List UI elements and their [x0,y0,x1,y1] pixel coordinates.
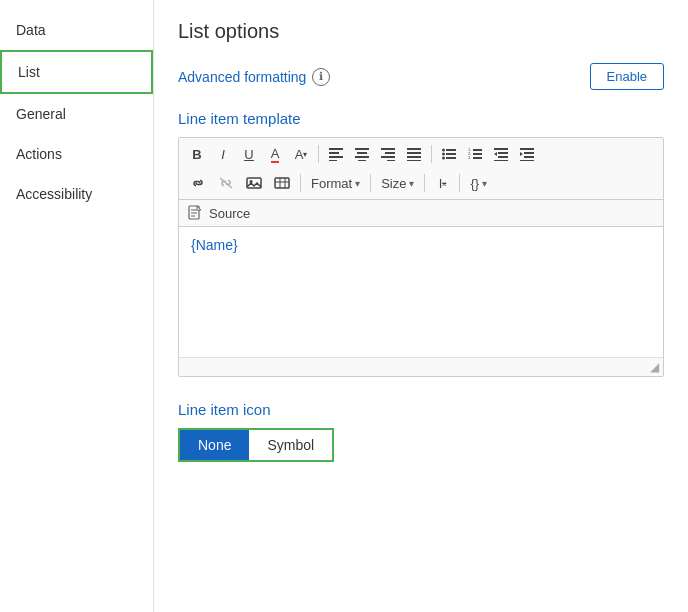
svg-rect-33 [520,148,534,150]
svg-rect-14 [407,156,421,158]
sidebar-item-data[interactable]: Data [0,10,153,50]
advanced-formatting-row: Advanced formatting ℹ Enable [178,63,664,90]
indent-button[interactable] [515,142,539,166]
svg-rect-11 [387,160,395,161]
toolbar-divider-5 [424,174,425,192]
unordered-list-button[interactable] [437,142,461,166]
bold-button[interactable]: B [185,142,209,166]
svg-rect-19 [446,153,456,155]
svg-rect-4 [355,148,369,150]
info-icon[interactable]: ℹ [312,68,330,86]
svg-rect-5 [357,152,367,154]
clear-format-button[interactable]: Ix [430,171,454,195]
align-center-button[interactable] [350,142,374,166]
svg-rect-37 [520,160,534,161]
svg-rect-21 [446,157,456,159]
svg-rect-34 [524,152,534,154]
svg-rect-25 [473,153,482,155]
page-title: List options [178,20,664,43]
resize-handle[interactable]: ◢ [179,357,663,376]
svg-rect-23 [473,149,482,151]
icon-option-symbol[interactable]: Symbol [249,428,334,462]
line-item-template-title: Line item template [178,110,664,127]
sidebar: Data List General Actions Accessibility [0,0,154,612]
svg-rect-31 [498,156,508,158]
size-dropdown-arrow: ▾ [409,178,414,189]
outdent-button[interactable] [489,142,513,166]
svg-rect-32 [494,160,508,161]
svg-rect-1 [329,152,339,154]
toolbar: B I U A A▾ [179,138,663,200]
source-doc-icon [187,205,203,221]
svg-rect-9 [385,152,395,154]
svg-marker-35 [520,152,523,156]
svg-rect-27 [473,157,482,159]
unlink-button[interactable] [213,171,239,195]
sidebar-item-list[interactable]: List [0,50,153,94]
code-dropdown-arrow: ▾ [482,178,487,189]
toolbar-divider-6 [459,174,460,192]
svg-point-16 [442,149,445,152]
font-color-button[interactable]: A [263,142,287,166]
toolbar-divider-4 [370,174,371,192]
link-button[interactable] [185,171,211,195]
align-left-button[interactable] [324,142,348,166]
svg-rect-3 [329,160,337,161]
sidebar-item-actions[interactable]: Actions [0,134,153,174]
code-dropdown[interactable]: {} ▾ [465,171,492,195]
svg-rect-36 [524,156,534,158]
svg-rect-12 [407,148,421,150]
svg-rect-10 [381,156,395,158]
editor-body[interactable]: {Name} [179,227,663,357]
sidebar-item-general[interactable]: General [0,94,153,134]
svg-rect-8 [381,148,395,150]
toolbar-divider-3 [300,174,301,192]
editor-container: B I U A A▾ [178,137,664,377]
svg-rect-29 [498,152,508,154]
justify-button[interactable] [402,142,426,166]
toolbar-divider-1 [318,145,319,163]
template-variable: {Name} [191,237,238,253]
highlight-button[interactable]: A▾ [289,142,313,166]
icon-option-none[interactable]: None [178,428,249,462]
sidebar-item-accessibility[interactable]: Accessibility [0,174,153,214]
advanced-label-group: Advanced formatting ℹ [178,68,330,86]
svg-point-20 [442,157,445,160]
table-button[interactable] [269,171,295,195]
svg-rect-41 [275,178,289,188]
underline-button[interactable]: U [237,142,261,166]
image-button[interactable] [241,171,267,195]
ordered-list-button[interactable]: 1.2.3. [463,142,487,166]
svg-rect-17 [446,149,456,151]
svg-rect-15 [407,160,421,161]
advanced-formatting-label: Advanced formatting [178,69,306,85]
toolbar-divider-2 [431,145,432,163]
toolbar-row-1: B I U A A▾ [185,142,657,166]
svg-rect-6 [355,156,369,158]
format-dropdown-arrow: ▾ [355,178,360,189]
source-label: Source [209,206,250,221]
line-item-icon-title: Line item icon [178,401,664,418]
svg-point-18 [442,153,445,156]
svg-marker-30 [494,152,497,156]
svg-rect-28 [494,148,508,150]
format-dropdown[interactable]: Format ▾ [306,171,365,195]
main-content: List options Advanced formatting ℹ Enabl… [154,0,688,612]
size-dropdown[interactable]: Size ▾ [376,171,419,195]
svg-rect-7 [358,160,366,161]
resize-icon: ◢ [650,360,659,374]
align-right-button[interactable] [376,142,400,166]
svg-rect-2 [329,156,343,158]
toolbar-row-2: Format ▾ Size ▾ Ix {} ▾ [185,171,657,195]
italic-button[interactable]: I [211,142,235,166]
enable-button[interactable]: Enable [590,63,664,90]
source-row: Source [179,200,663,227]
svg-rect-0 [329,148,343,150]
svg-rect-13 [407,152,421,154]
icon-options: None Symbol [178,428,664,462]
svg-text:3.: 3. [468,155,471,160]
